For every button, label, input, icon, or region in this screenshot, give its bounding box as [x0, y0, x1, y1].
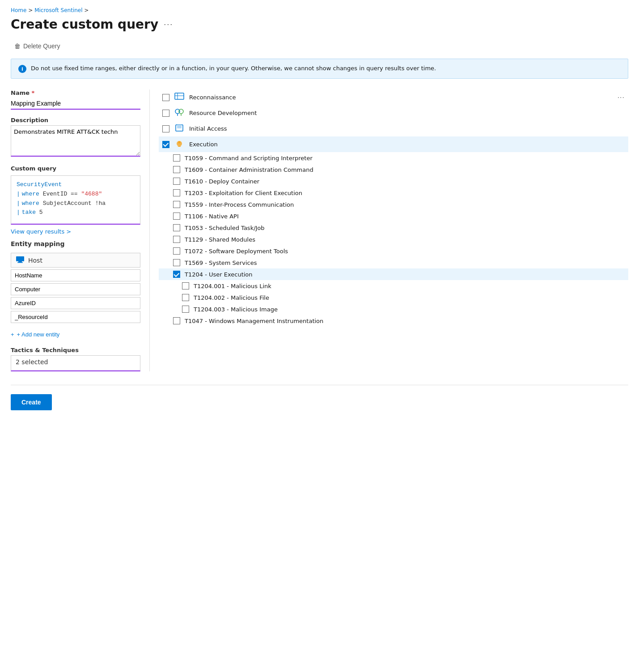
- tactic-execution-label: Execution: [189, 141, 218, 148]
- checkbox-t1203[interactable]: [173, 189, 180, 196]
- entity-mapping-label: Entity mapping: [11, 240, 140, 247]
- info-icon: i: [18, 65, 26, 73]
- tactic-t1204-003-label: T1204.003 - Malicious Image: [194, 306, 278, 313]
- tactic-initial-label: Initial Access: [189, 125, 227, 132]
- tactic-t1569[interactable]: T1569 - System Services: [159, 257, 628, 268]
- tactic-t1204-label: T1204 - User Execution: [185, 271, 253, 278]
- info-text: Do not use fixed time ranges, either dir…: [31, 64, 436, 72]
- checkbox-reconnaissance[interactable]: [162, 94, 169, 101]
- name-input[interactable]: [11, 98, 140, 110]
- checkbox-t1204-003[interactable]: [182, 306, 189, 313]
- svg-rect-3: [175, 93, 184, 99]
- azureid-input[interactable]: [11, 297, 140, 309]
- svg-point-13: [178, 141, 181, 144]
- query-editor[interactable]: SecurityEvent |where EventID == "4688" |…: [11, 175, 140, 225]
- tactic-t1610[interactable]: T1610 - Deploy Container: [159, 175, 628, 187]
- custom-query-label: Custom query: [11, 165, 140, 172]
- add-new-entity-button[interactable]: + + Add new entity: [11, 329, 59, 340]
- tactic-t1129-label: T1129 - Shared Modules: [185, 236, 255, 243]
- checkbox-t1609[interactable]: [173, 166, 180, 173]
- tactic-t1106-label: T1106 - Native API: [185, 213, 239, 220]
- tactic-t1059[interactable]: T1059 - Command and Scripting Interprete…: [159, 152, 628, 164]
- resourceid-input[interactable]: [11, 311, 140, 323]
- tactic-resource-label: Resource Development: [189, 110, 257, 116]
- checkbox-initial-access[interactable]: [162, 125, 169, 132]
- tactic-t1204-002[interactable]: T1204.002 - Malicious File: [159, 292, 628, 303]
- checkbox-t1610[interactable]: [173, 178, 180, 185]
- tactic-t1072-label: T1072 - Software Deployment Tools: [185, 248, 288, 255]
- tactic-initial-access[interactable]: Initial Access: [159, 121, 628, 136]
- add-entity-label: + Add new entity: [17, 331, 60, 338]
- svg-rect-1: [18, 261, 22, 262]
- tactic-recon-ellipsis[interactable]: ···: [618, 94, 625, 101]
- create-button[interactable]: Create: [11, 394, 52, 410]
- trash-icon: 🗑: [14, 43, 21, 50]
- tactics-selected[interactable]: 2 selected: [11, 355, 140, 371]
- checkbox-t1072[interactable]: [173, 247, 180, 255]
- checkbox-execution[interactable]: [162, 141, 169, 148]
- tactic-t1072[interactable]: T1072 - Software Deployment Tools: [159, 245, 628, 257]
- checkbox-resource-development[interactable]: [162, 110, 169, 117]
- breadcrumb: Home > Microsoft Sentinel >: [11, 7, 628, 13]
- tactic-t1047-label: T1047 - Windows Management Instrumentati…: [185, 318, 323, 324]
- checkbox-t1204-002[interactable]: [182, 294, 189, 301]
- tactic-t1053-label: T1053 - Scheduled Task/Job: [185, 225, 265, 231]
- delete-query-label: Delete Query: [23, 43, 60, 50]
- info-banner: i Do not use fixed time ranges, either d…: [11, 59, 628, 79]
- checkbox-t1569[interactable]: [173, 259, 180, 266]
- checkbox-t1053[interactable]: [173, 224, 180, 231]
- tactic-t1204-001[interactable]: T1204.001 - Malicious Link: [159, 280, 628, 292]
- breadcrumb-home[interactable]: Home: [11, 7, 26, 13]
- view-query-results-link[interactable]: View query results >: [11, 228, 140, 235]
- svg-rect-2: [17, 262, 23, 263]
- tactic-t1609[interactable]: T1609 - Container Administration Command: [159, 164, 628, 175]
- svg-rect-0: [16, 256, 24, 261]
- tactic-t1204-003[interactable]: T1204.003 - Malicious Image: [159, 303, 628, 315]
- checkbox-t1129[interactable]: [173, 236, 180, 243]
- tactic-execution[interactable]: Execution: [159, 136, 628, 152]
- tactic-t1204[interactable]: T1204 - User Execution: [159, 268, 628, 280]
- plus-icon: +: [11, 331, 14, 338]
- tactic-recon-icon: [174, 92, 185, 102]
- tactic-t1203[interactable]: T1203 - Exploitation for Client Executio…: [159, 187, 628, 199]
- description-input[interactable]: Demonstrates MITRE ATT&CK techn: [11, 125, 140, 157]
- tactic-t1053[interactable]: T1053 - Scheduled Task/Job: [159, 222, 628, 234]
- tactic-t1203-label: T1203 - Exploitation for Client Executio…: [185, 190, 302, 196]
- more-options-button[interactable]: ···: [164, 20, 173, 29]
- checkbox-t1204[interactable]: [173, 271, 180, 278]
- checkbox-t1559[interactable]: [173, 201, 180, 208]
- checkbox-t1106[interactable]: [173, 213, 180, 220]
- tactics-label: Tactics & Techniques: [11, 347, 140, 353]
- tactic-t1610-label: T1610 - Deploy Container: [185, 178, 259, 185]
- tactic-reconnaissance[interactable]: Reconnaissance ···: [159, 89, 628, 105]
- tactic-initial-icon: [174, 123, 185, 134]
- name-label: Name *: [11, 89, 140, 96]
- checkbox-t1204-001[interactable]: [182, 282, 189, 289]
- tactic-resource-development[interactable]: Resource Development: [159, 105, 628, 121]
- required-indicator: *: [32, 89, 35, 96]
- monitor-icon: [16, 256, 25, 264]
- checkbox-t1047[interactable]: [173, 317, 180, 324]
- tactic-t1059-label: T1059 - Command and Scripting Interprete…: [185, 155, 313, 162]
- tactic-recon-label: Reconnaissance: [189, 94, 236, 101]
- breadcrumb-sentinel[interactable]: Microsoft Sentinel: [34, 7, 82, 13]
- tactic-t1559-label: T1559 - Inter-Process Communication: [185, 201, 294, 208]
- tactic-execution-icon: [174, 139, 185, 149]
- svg-rect-11: [177, 125, 182, 128]
- hostname-input[interactable]: [11, 269, 140, 281]
- tactic-t1559[interactable]: T1559 - Inter-Process Communication: [159, 199, 628, 210]
- tactic-t1569-label: T1569 - System Services: [185, 259, 257, 266]
- tactic-t1129[interactable]: T1129 - Shared Modules: [159, 234, 628, 245]
- entity-host-header: Host: [11, 253, 140, 268]
- tactic-t1204-001-label: T1204.001 - Malicious Link: [194, 283, 271, 289]
- page-title: Create custom query: [11, 17, 158, 32]
- checkbox-t1059[interactable]: [173, 154, 180, 162]
- tactics-panel: Reconnaissance ··· Resource Development: [149, 89, 628, 371]
- entity-type-label: Host: [28, 257, 42, 264]
- computer-input[interactable]: [11, 283, 140, 295]
- description-label: Description: [11, 117, 140, 123]
- tactic-t1047[interactable]: T1047 - Windows Management Instrumentati…: [159, 315, 628, 327]
- tactic-t1106[interactable]: T1106 - Native API: [159, 210, 628, 222]
- tactic-t1609-label: T1609 - Container Administration Command: [185, 166, 313, 173]
- delete-query-button[interactable]: 🗑 Delete Query: [11, 41, 63, 51]
